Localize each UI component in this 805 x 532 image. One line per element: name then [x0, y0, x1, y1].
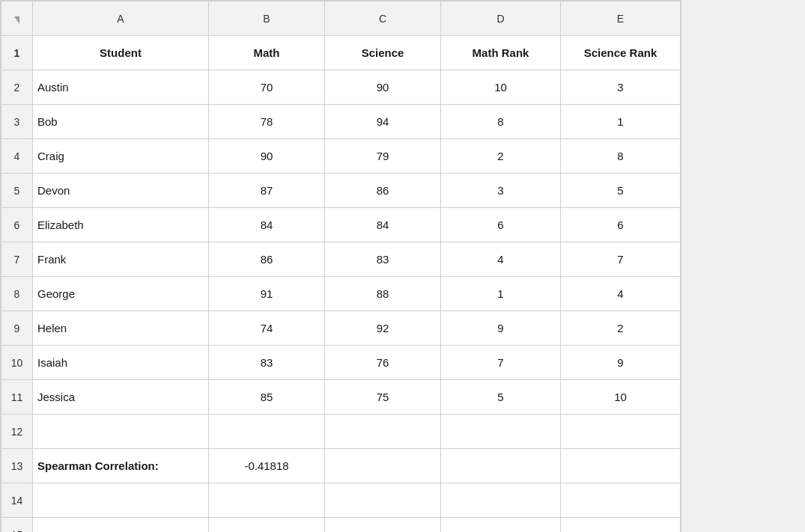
- cell-e-15[interactable]: [561, 518, 681, 533]
- cell-a-11[interactable]: Jessica: [33, 380, 209, 415]
- cell-e-6[interactable]: 6: [561, 208, 681, 242]
- cell-a-7[interactable]: Frank: [33, 242, 209, 277]
- cell-e-1[interactable]: Science Rank: [561, 36, 681, 70]
- cell-b-1[interactable]: Math: [209, 36, 325, 70]
- cell-e-11[interactable]: 10: [561, 380, 681, 415]
- cell-c-14[interactable]: [325, 483, 441, 518]
- cell-b-3[interactable]: 78: [209, 105, 325, 139]
- row-number-8[interactable]: 8: [1, 277, 33, 311]
- cell-a-4[interactable]: Craig: [33, 139, 209, 174]
- cell-b-10[interactable]: 83: [209, 346, 325, 380]
- table-row: 6Elizabeth848466: [1, 208, 681, 242]
- cell-e-10[interactable]: 9: [561, 346, 681, 380]
- row-number-10[interactable]: 10: [1, 346, 33, 380]
- cell-c-7[interactable]: 83: [325, 242, 441, 277]
- row-number-3[interactable]: 3: [1, 105, 33, 139]
- col-header-c[interactable]: C: [325, 1, 441, 36]
- row-number-12[interactable]: 12: [1, 415, 33, 449]
- table-row: 9Helen749292: [1, 311, 681, 346]
- cell-a-10[interactable]: Isaiah: [33, 346, 209, 380]
- cell-d-9[interactable]: 9: [441, 311, 561, 346]
- cell-e-2[interactable]: 3: [561, 70, 681, 105]
- cell-b-5[interactable]: 87: [209, 174, 325, 208]
- cell-e-8[interactable]: 4: [561, 277, 681, 311]
- cell-c-1[interactable]: Science: [325, 36, 441, 70]
- cell-c-4[interactable]: 79: [325, 139, 441, 174]
- cell-d-6[interactable]: 6: [441, 208, 561, 242]
- cell-c-12[interactable]: [325, 415, 441, 449]
- cell-c-3[interactable]: 94: [325, 105, 441, 139]
- row-number-1[interactable]: 1: [1, 36, 33, 70]
- cell-a-1[interactable]: Student: [33, 36, 209, 70]
- corner-triangle-icon: [14, 16, 19, 24]
- cell-d-11[interactable]: 5: [441, 380, 561, 415]
- cell-e-7[interactable]: 7: [561, 242, 681, 277]
- cell-e-12[interactable]: [561, 415, 681, 449]
- cell-a-6[interactable]: Elizabeth: [33, 208, 209, 242]
- cell-b-13[interactable]: -0.41818: [209, 449, 325, 483]
- cell-d-13[interactable]: [441, 449, 561, 483]
- cell-b-14[interactable]: [209, 483, 325, 518]
- cell-c-11[interactable]: 75: [325, 380, 441, 415]
- cell-b-2[interactable]: 70: [209, 70, 325, 105]
- cell-a-2[interactable]: Austin: [33, 70, 209, 105]
- cell-d-12[interactable]: [441, 415, 561, 449]
- cell-c-9[interactable]: 92: [325, 311, 441, 346]
- cell-a-15[interactable]: [33, 518, 209, 533]
- col-header-e[interactable]: E: [561, 1, 681, 36]
- row-number-15[interactable]: 15: [1, 518, 33, 533]
- row-number-14[interactable]: 14: [1, 483, 33, 518]
- col-header-b[interactable]: B: [209, 1, 325, 36]
- row-number-6[interactable]: 6: [1, 208, 33, 242]
- row-number-5[interactable]: 5: [1, 174, 33, 208]
- cell-d-4[interactable]: 2: [441, 139, 561, 174]
- cell-e-9[interactable]: 2: [561, 311, 681, 346]
- cell-e-4[interactable]: 8: [561, 139, 681, 174]
- cell-b-15[interactable]: [209, 518, 325, 533]
- cell-c-13[interactable]: [325, 449, 441, 483]
- row-number-2[interactable]: 2: [1, 70, 33, 105]
- col-header-d[interactable]: D: [441, 1, 561, 36]
- cell-e-14[interactable]: [561, 483, 681, 518]
- cell-d-7[interactable]: 4: [441, 242, 561, 277]
- cell-e-3[interactable]: 1: [561, 105, 681, 139]
- cell-d-3[interactable]: 8: [441, 105, 561, 139]
- col-header-a[interactable]: A: [33, 1, 209, 36]
- cell-a-9[interactable]: Helen: [33, 311, 209, 346]
- cell-a-8[interactable]: George: [33, 277, 209, 311]
- row-number-13[interactable]: 13: [1, 449, 33, 483]
- cell-c-10[interactable]: 76: [325, 346, 441, 380]
- cell-a-12[interactable]: [33, 415, 209, 449]
- cell-b-12[interactable]: [209, 415, 325, 449]
- cell-c-8[interactable]: 88: [325, 277, 441, 311]
- cell-a-5[interactable]: Devon: [33, 174, 209, 208]
- cell-b-11[interactable]: 85: [209, 380, 325, 415]
- cell-a-13[interactable]: Spearman Correlation:: [33, 449, 209, 483]
- cell-b-7[interactable]: 86: [209, 242, 325, 277]
- cell-b-8[interactable]: 91: [209, 277, 325, 311]
- cell-e-5[interactable]: 5: [561, 174, 681, 208]
- table-row: 5Devon878635: [1, 174, 681, 208]
- cell-c-6[interactable]: 84: [325, 208, 441, 242]
- table-row: 4Craig907928: [1, 139, 681, 174]
- cell-d-5[interactable]: 3: [441, 174, 561, 208]
- cell-e-13[interactable]: [561, 449, 681, 483]
- row-number-7[interactable]: 7: [1, 242, 33, 277]
- cell-d-15[interactable]: [441, 518, 561, 533]
- cell-b-9[interactable]: 74: [209, 311, 325, 346]
- cell-d-14[interactable]: [441, 483, 561, 518]
- row-number-9[interactable]: 9: [1, 311, 33, 346]
- cell-a-3[interactable]: Bob: [33, 105, 209, 139]
- cell-c-15[interactable]: [325, 518, 441, 533]
- row-number-4[interactable]: 4: [1, 139, 33, 174]
- cell-b-6[interactable]: 84: [209, 208, 325, 242]
- row-number-11[interactable]: 11: [1, 380, 33, 415]
- cell-d-2[interactable]: 10: [441, 70, 561, 105]
- cell-a-14[interactable]: [33, 483, 209, 518]
- cell-d-10[interactable]: 7: [441, 346, 561, 380]
- cell-b-4[interactable]: 90: [209, 139, 325, 174]
- cell-c-2[interactable]: 90: [325, 70, 441, 105]
- cell-d-8[interactable]: 1: [441, 277, 561, 311]
- cell-c-5[interactable]: 86: [325, 174, 441, 208]
- cell-d-1[interactable]: Math Rank: [441, 36, 561, 70]
